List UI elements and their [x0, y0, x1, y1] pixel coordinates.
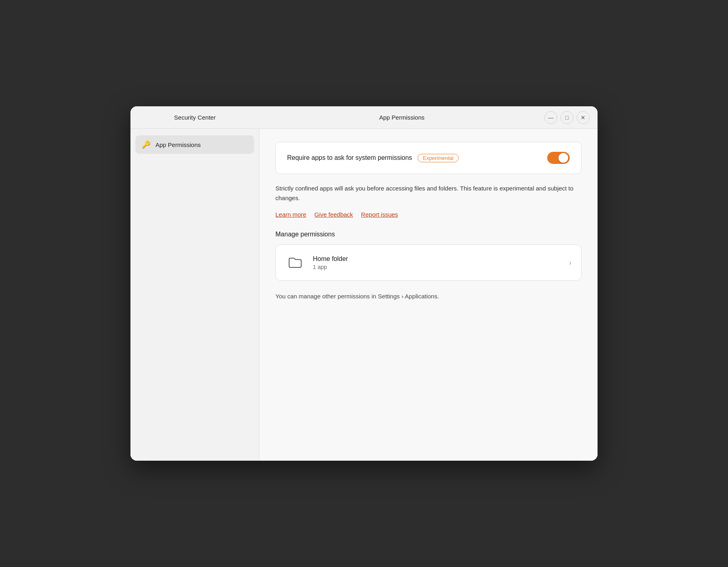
permission-count: 1 app — [313, 264, 561, 270]
sidebar-title: Security Center — [174, 114, 215, 121]
learn-more-link[interactable]: Learn more — [275, 211, 306, 218]
sidebar-item-app-permissions[interactable]: 🔑 App Permissions — [135, 135, 254, 154]
titlebar-center: App Permissions — [259, 114, 544, 121]
folder-icon-wrap — [285, 253, 305, 272]
content-area: Require apps to ask for system permissio… — [259, 129, 598, 461]
permission-card[interactable]: Home folder 1 app › — [275, 244, 581, 281]
permission-name: Home folder — [313, 255, 561, 263]
toggle-card-text: Require apps to ask for system permissio… — [287, 154, 541, 162]
key-icon: 🔑 — [142, 140, 151, 149]
manage-permissions-heading: Manage permissions — [275, 231, 581, 238]
page-title: App Permissions — [379, 114, 425, 121]
give-feedback-link[interactable]: Give feedback — [314, 211, 353, 218]
description-text: Strictly confined apps will ask you befo… — [275, 184, 581, 203]
home-folder-item[interactable]: Home folder 1 app › — [276, 245, 581, 280]
sidebar-item-label: App Permissions — [155, 141, 201, 148]
main-layout: 🔑 App Permissions Require apps to ask fo… — [130, 129, 598, 461]
links-row: Learn more Give feedback Report issues — [275, 211, 581, 218]
permission-info: Home folder 1 app — [313, 255, 561, 270]
titlebar-left: Security Center — [130, 114, 259, 121]
titlebar: Security Center App Permissions — □ ✕ — [130, 106, 598, 129]
window-controls: — □ ✕ — [544, 111, 598, 124]
chevron-right-icon: › — [569, 259, 571, 267]
close-button[interactable]: ✕ — [577, 111, 589, 124]
app-window: Security Center App Permissions — □ ✕ 🔑 … — [130, 106, 598, 461]
folder-icon — [287, 255, 303, 271]
maximize-button[interactable]: □ — [560, 111, 573, 124]
footer-note: You can manage other permissions in Sett… — [275, 292, 581, 301]
sidebar: 🔑 App Permissions — [130, 129, 259, 461]
toggle-card: Require apps to ask for system permissio… — [275, 142, 581, 174]
minimize-button[interactable]: — — [544, 111, 557, 124]
toggle-label: Require apps to ask for system permissio… — [287, 154, 412, 161]
experimental-badge: Experimental — [418, 154, 459, 162]
toggle-thumb — [558, 153, 568, 163]
permissions-toggle[interactable] — [547, 152, 570, 164]
report-issues-link[interactable]: Report issues — [361, 211, 398, 218]
